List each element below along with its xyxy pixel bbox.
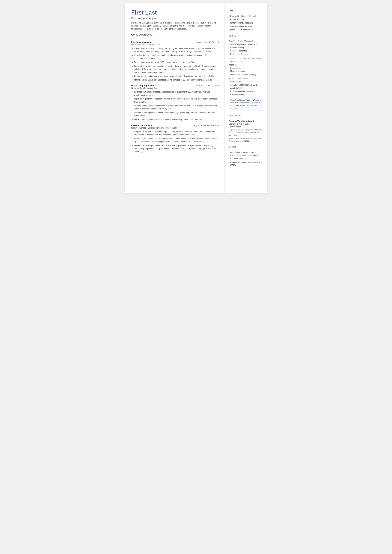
job-bullets-1: Coordinated zero defect (ZD) day that ca… — [131, 47, 219, 82]
bullet-icon: • — [229, 50, 230, 53]
bullet-2-4: Prevented 67% upscale in power stocks by… — [134, 111, 219, 118]
contact-item-2: • email@resumeworded.com — [229, 21, 263, 25]
contact-item-0: • Denver, OH (Open to Remote) — [229, 15, 263, 18]
contact-item-3: • linkedin.com/in/username — [229, 25, 263, 28]
other-heading: OTHER — [229, 146, 263, 148]
bullet-3-3: Initiated in-process production reports,… — [134, 144, 219, 153]
job-bullets-3: Registered, tagged, assigned storage loc… — [131, 130, 219, 153]
skill-2-2: • Material Requirement Planning. — [229, 73, 263, 76]
bullet-3-2: Separated, examined, and communicated re… — [134, 137, 219, 143]
job-position-2: Purchasing Supervisor — [131, 84, 155, 87]
bullet-1-3: Transcended year-over-year (YoY) departm… — [134, 61, 219, 64]
contact-heading: CONTACT — [229, 9, 263, 11]
skill-2-1: • Material Management — [229, 70, 263, 73]
other-item-1: • Certified Purchasing Manager-CPM (2016… — [229, 161, 263, 167]
other-section: OTHER • Volunteered at Resume Worded Uni… — [229, 146, 263, 167]
bullet-1-6: Maintained expansive spreadsheet trackin… — [134, 78, 219, 82]
bullet-icon: • — [229, 43, 230, 46]
skill-3-4: • IBM Lotus Notes. — [229, 93, 263, 97]
bullet-icon: • — [229, 53, 230, 56]
job-company-1: Resume Worded, New York, NY — [131, 44, 219, 46]
edu-awards-0: Awards: Resume Worded Excellence in Proc… — [229, 137, 263, 143]
skills-cat-0: Data Visualization/Engineering: — [229, 40, 263, 42]
bullet-icon: • — [229, 81, 230, 84]
edu-school-0: Resume Worded University — [229, 120, 263, 122]
bullet-icon: • — [229, 94, 230, 97]
summary-text: Purchasing Manager with ten years of exp… — [131, 21, 219, 31]
work-divider — [131, 38, 219, 38]
bullet-1-5: Oversaw cycle and annual inventory count… — [134, 75, 219, 78]
bullet-icon: • — [229, 90, 230, 93]
contact-divider — [229, 13, 263, 13]
job-block-2: Purchasing Supervisor June 2013 – Octobe… — [131, 84, 219, 121]
job-dates-3: August 2010 – January 2013 — [194, 124, 219, 126]
contact-item-1: • +1-234-456-789 — [229, 18, 263, 21]
education-heading: EDUCATION — [229, 115, 263, 117]
skills-cat-3: Tools and Frameworks: — [229, 77, 263, 80]
bullet-icon: • — [229, 67, 230, 70]
bullet-icon: • — [229, 47, 230, 49]
bullet-2-5: Initiated annual bid on electronic eleme… — [134, 118, 219, 121]
full-name: First Last — [131, 9, 219, 16]
bullet-icon: • — [229, 87, 230, 90]
job-dates-1: November 2015 – Present — [196, 41, 219, 43]
bullet-3-1: Registered, tagged, assigned storage loc… — [134, 130, 219, 136]
skill-3-2: • Oracle DBMS — [229, 87, 263, 90]
recruiter-note: • Recruiter note: enter skills from the … — [229, 57, 263, 63]
skill-3-3: • PurchasingNet eProcurement. — [229, 90, 263, 93]
bullet-icon: • — [229, 73, 230, 76]
skill-3-1: • Ariba Spend Management Suite. — [229, 84, 263, 87]
job-position-3: Material Coordinator — [131, 124, 152, 126]
bullet-icon: • — [229, 22, 230, 25]
bullet-1-1: Coordinated zero defect (ZD) day that ca… — [134, 47, 219, 53]
skill-0-1: • Global Sourcing. — [229, 46, 263, 49]
scan-note: Don't forget to use Resume Worded to sca… — [229, 98, 263, 111]
bullet-icon: • — [229, 25, 230, 28]
job-position-1: Purchasing Manager — [131, 41, 152, 43]
job-company-2: Growthsi, San Francisco, CA — [131, 87, 219, 89]
skill-2-0: • Forecasting. — [229, 67, 263, 70]
skills-section: SKILLS Data Visualization/Engineering: •… — [229, 35, 263, 111]
skill-0-0: • Vendor Negotiation (Advanced) — [229, 43, 263, 46]
main-column: First Last Purchasing Manager Purchasing… — [125, 3, 224, 193]
job-block-3: Material Coordinator August 2010 – Janua… — [131, 124, 219, 153]
bullet-icon: • — [229, 151, 230, 154]
resume-worded-link[interactable]: Resume Worded — [246, 99, 259, 101]
job-bullets-2: Enforced Purchasing process and procedur… — [131, 91, 219, 121]
job-header-3: Material Coordinator August 2010 – Janua… — [131, 124, 219, 126]
education-section: EDUCATION Resume Worded University Bache… — [229, 115, 263, 142]
work-experience-heading: WORK EXPERIENCE — [131, 34, 219, 36]
education-divider — [229, 118, 263, 118]
work-experience-section: WORK EXPERIENCE Purchasing Manager Novem… — [131, 34, 219, 153]
contact-item-4: • github.com/resumeworded — [229, 28, 263, 31]
bullet-2-1: Enforced Purchasing process and procedur… — [134, 91, 219, 97]
bullet-icon: • — [229, 70, 230, 73]
other-item-0: • Volunteered at Resume Worded Universit… — [229, 151, 263, 160]
edu-degree-0: Bachelor of Arts in Business Administrat… — [229, 123, 263, 128]
sidebar: CONTACT • Denver, OH (Open to Remote) • … — [224, 3, 267, 193]
bullet-2-3: Automated the process of gathering due d… — [134, 104, 219, 111]
resume-container: First Last Purchasing Manager Purchasing… — [125, 3, 267, 193]
skills-heading: SKILLS — [229, 35, 263, 37]
bullet-icon: • — [229, 84, 230, 87]
job-company-3: Resume Worded's Exciting Company, New Yo… — [131, 127, 219, 129]
job-header-1: Purchasing Manager November 2015 – Prese… — [131, 41, 219, 43]
contact-section: CONTACT • Denver, OH (Open to Remote) • … — [229, 9, 263, 31]
bullet-2-2: Improved requisition completion time wit… — [134, 98, 219, 104]
header-section: First Last Purchasing Manager Purchasing… — [131, 9, 219, 31]
skill-0-2: • Supplier Negotiation — [229, 49, 263, 53]
bullet-1-4: Forecasted inventory prerequisites, eval… — [134, 65, 219, 74]
bullet-icon: • — [229, 19, 230, 21]
skills-cat-2: Techniques: — [229, 64, 263, 66]
bullet-icon: • — [229, 161, 230, 164]
skill-3-0: • NetSuite ERP. — [229, 80, 263, 84]
bullet-1-2: Negotiated a new contract with a global … — [134, 54, 219, 60]
edu-details-0: Major in Business Management. Minors in … — [229, 129, 263, 137]
bullet-icon: • — [229, 15, 230, 18]
job-title: Purchasing Manager — [131, 17, 219, 20]
bullet-icon: • — [229, 28, 230, 31]
job-dates-2: June 2013 – October 2015 — [195, 84, 219, 87]
job-block-1: Purchasing Manager November 2015 – Prese… — [131, 41, 219, 82]
skill-0-3: • Business-to-Business. — [229, 53, 263, 56]
job-header-2: Purchasing Supervisor June 2013 – Octobe… — [131, 84, 219, 87]
